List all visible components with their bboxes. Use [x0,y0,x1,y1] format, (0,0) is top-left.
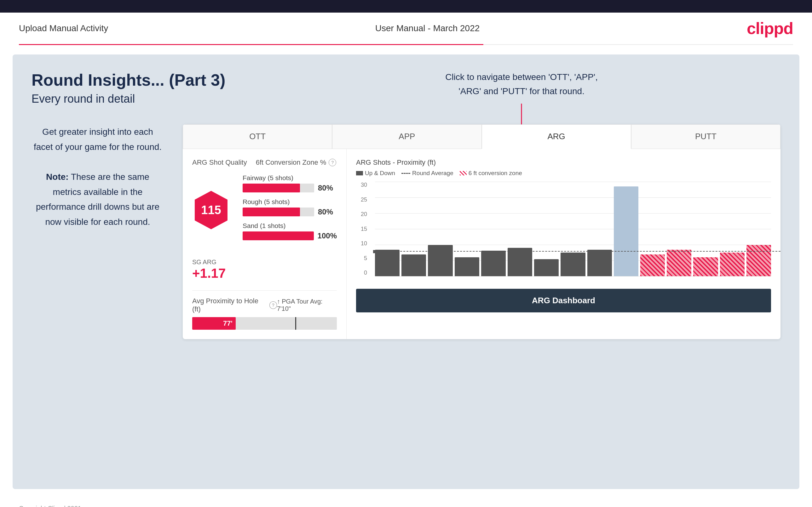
bar-label-sand: Sand (1 shots) [243,222,337,230]
bar-hatch-5 [747,245,771,276]
tab-app[interactable]: APP [332,124,481,149]
bar-4 [455,257,479,276]
conversion-bars: Fairway (5 shots) 80% Rou [243,174,337,246]
arg-shot-quality-header: ARG Shot Quality 6ft Conversion Zone % ? [192,158,337,167]
legend-label-avg: Round Average [412,170,453,177]
proximity-info-icon[interactable]: ? [269,301,277,309]
top-bar [0,0,812,13]
upload-manual-label: Upload Manual Activity [19,23,108,34]
bar-sand: Sand (1 shots) 100% [243,222,337,240]
bar-5 [481,251,506,276]
bar-fairway: Fairway (5 shots) 80% [243,174,337,192]
main-content: Round Insights... (Part 3) Every round i… [13,54,799,489]
chart-legend: Up & Down Round Average 6 ft conversion … [356,170,771,177]
tabs: OTT APP ARG PUTT [183,124,780,149]
bar-bg-rough [243,208,314,216]
left-panel: Get greater insight into each facet of y… [32,124,164,229]
hexagon-value: 115 [201,204,221,217]
y-label-5: 5 [356,255,367,262]
bar-hatch-2 [667,250,691,276]
right-panel: OTT APP ARG PUTT ARG Shot Quality 6ft Co… [183,124,780,339]
pga-label: ↑ PGA Tour Avg: 7'10" [277,298,337,313]
arg-dashboard-button[interactable]: ARG Dashboard [356,289,771,313]
tab-putt[interactable]: PUTT [631,124,780,149]
chart-bars-area: 8 ◄ [375,182,771,276]
y-label-20: 20 [356,211,367,218]
header: Upload Manual Activity User Manual - Mar… [0,13,812,44]
y-label-25: 25 [356,196,367,203]
info-icon[interactable]: ? [328,159,336,166]
bar-pct-sand: 100% [318,231,337,240]
bar-2 [401,255,426,276]
page-subtitle: Every round in detail [32,92,780,106]
legend-label-conversion: 6 ft conversion zone [468,170,522,177]
legend-hatch-conversion [460,171,467,175]
sg-value: +1.17 [192,266,337,281]
legend-label-updown: Up & Down [365,170,395,177]
insights-card: OTT APP ARG PUTT ARG Shot Quality 6ft Co… [183,124,780,339]
proximity-cursor [295,317,296,330]
chart-header: ARG Shots - Proximity (ft) [356,158,771,167]
right-section: ARG Shots - Proximity (ft) Up & Down Rou… [347,149,780,339]
bar-bg-sand [243,231,314,240]
dashed-avg-line: 8 ◄ [375,251,780,251]
grid-line-0 [375,276,771,277]
copyright-text: Copyright Clippd 2021 [19,505,81,507]
y-label-30: 30 [356,182,367,188]
chart-container: 30 25 20 15 10 5 0 [356,182,771,282]
proximity-section: Avg Proximity to Hole (ft) ? ↑ PGA Tour … [192,290,337,330]
proximity-value: 77' [223,319,233,328]
bar-rough: Rough (5 shots) 80% [243,198,337,216]
bar-6 [508,248,532,276]
left-section: ARG Shot Quality 6ft Conversion Zone % ?… [183,149,347,339]
bar-label-rough: Rough (5 shots) [243,198,337,206]
insight-text: Get greater insight into each facet of y… [32,124,164,229]
bar-hatch-3 [693,257,718,276]
bar-highlight [614,186,639,276]
proximity-label: Avg Proximity to Hole (ft) ? [192,297,277,313]
arg-score-hexagon: 115 [192,189,230,230]
bar-label-fairway: Fairway (5 shots) [243,174,337,182]
y-label-10: 10 [356,240,367,247]
bar-pct-fairway: 80% [318,184,337,192]
annotation-text: Click to navigate between 'OTT', 'APP','… [445,70,598,99]
bar-bg-fairway [243,184,314,192]
bar-hatch-4 [720,252,745,276]
bar-fill-sand [243,231,314,240]
bar-pct-rough: 80% [318,208,337,216]
bar-3 [428,245,453,276]
y-label-15: 15 [356,226,367,232]
logo: clippd [747,19,793,38]
bar-7 [534,259,559,276]
sg-section: SG ARG +1.17 [192,259,337,281]
bar-fill-fairway [243,184,300,192]
bar-1 [375,250,400,276]
bar-8 [561,252,585,276]
proximity-bar-fill: 77' [192,317,236,330]
hexagon-container: 115 Fairway (5 shots) 80% [192,174,337,246]
header-divider [19,44,793,45]
bar-fill-rough [243,208,300,216]
bar-hatch-1 [640,255,665,276]
dashed-line-dot [373,250,376,253]
footer: Copyright Clippd 2021 [0,499,812,507]
manual-date-label: User Manual - March 2022 [375,23,479,34]
legend-line-avg [401,173,410,174]
legend-up-down: Up & Down [356,170,395,177]
legend-box-updown [356,171,363,175]
legend-round-avg: Round Average [401,170,453,177]
legend-conversion: 6 ft conversion zone [460,170,522,177]
bars-group [375,182,771,276]
tab-arg[interactable]: ARG [482,124,631,149]
sg-label: SG ARG [192,259,337,266]
page-title: Round Insights... (Part 3) [32,70,780,90]
card-body: ARG Shot Quality 6ft Conversion Zone % ?… [183,149,780,339]
bar-9 [587,250,612,276]
proximity-header: Avg Proximity to Hole (ft) ? ↑ PGA Tour … [192,297,337,313]
proximity-bar: 77' [192,317,337,330]
y-axis: 30 25 20 15 10 5 0 [356,182,367,276]
tab-ott[interactable]: OTT [183,124,332,149]
y-label-0: 0 [356,270,367,276]
